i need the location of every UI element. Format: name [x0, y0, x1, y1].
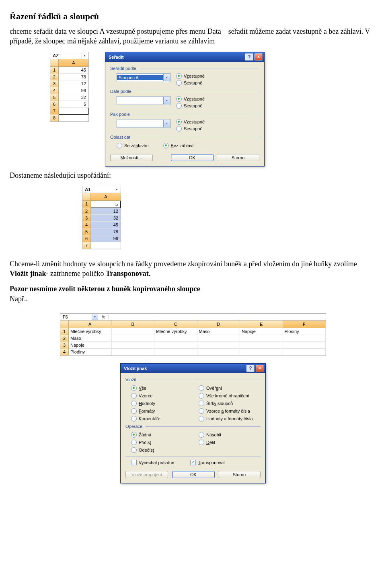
sheet-corner	[50, 59, 59, 67]
options-button[interactable]: Možnosti…	[110, 154, 153, 161]
radio-with-header[interactable]: Se záhlavím	[117, 143, 149, 148]
radio-values[interactable]: Hodnoty	[131, 401, 193, 406]
radio-none[interactable]: Žádná	[131, 432, 193, 438]
result-paragraph: Dostaneme následující uspořádání:	[10, 171, 376, 180]
radio-formats[interactable]: Formáty	[131, 408, 193, 414]
name-box: A7	[50, 52, 82, 59]
dropdown-icon: ▾	[114, 187, 119, 191]
group-sort-by: Seřadit podle	[110, 66, 259, 71]
dialog-titlebar: Vložit jinak ? ×	[121, 364, 265, 373]
intro-paragraph: chceme seřadit data ve sloupci A vzestup…	[10, 27, 376, 46]
radio-col-widths[interactable]: Šířky sloupců	[199, 401, 261, 406]
checkbox-transpose[interactable]: ✓Transponovat	[190, 460, 225, 465]
warning-paragraph: Pozor nesmíme zvolit některou z buněk ko…	[10, 284, 376, 294]
dialog-title: Seřadit	[109, 55, 123, 60]
close-icon[interactable]: ×	[256, 365, 264, 372]
radio-multiply[interactable]: Násobit	[199, 432, 261, 438]
sort-combo-1[interactable]: Sloupec A▾	[117, 73, 170, 82]
column-header: A	[69, 321, 112, 328]
transpose-paragraph: Chceme-li změnit hodnoty ve sloupcích na…	[10, 259, 376, 279]
sort-combo-3[interactable]: ▾	[117, 119, 170, 128]
active-cell	[59, 108, 88, 115]
radio-comments[interactable]: Komentáře	[131, 416, 193, 421]
cancel-button[interactable]: Storno	[218, 471, 261, 478]
group-data-region: Oblast dat	[110, 135, 259, 140]
help-icon[interactable]: ?	[246, 365, 255, 372]
radio-add[interactable]: Přičíst	[131, 440, 193, 445]
radio-divide[interactable]: Dělit	[199, 440, 261, 445]
excel-snippet-transpose: F6 ▾ fx A B C D E F 1 Mléčné výrobky Mlé…	[60, 313, 326, 356]
page-title: Řazení řádků a sloupců	[10, 11, 376, 22]
radio-all[interactable]: Vše	[131, 385, 193, 391]
cancel-button[interactable]: Storno	[217, 154, 259, 161]
excel-snippet-after: A1 ▾ A 15 212 332 445 578 696 7	[82, 186, 121, 249]
radio-values-numfmt[interactable]: Hodnoty a formáty čísla	[199, 416, 261, 421]
group-then-by-1: Dále podle	[110, 89, 259, 94]
radio-asc-2[interactable]: Vzestupně	[176, 96, 205, 102]
chevron-down-icon[interactable]: ▾	[163, 74, 170, 81]
name-box: A1	[82, 186, 114, 193]
cell: 45	[59, 67, 88, 74]
dialog-titlebar: Seřadit ? ×	[105, 52, 264, 62]
group-then-by-2: Pak podle	[110, 112, 259, 117]
paste-special-dialog: Vložit jinak ? × Vložit Vše Vzorce Hodno…	[120, 363, 266, 483]
row-header: 1	[50, 67, 59, 74]
radio-no-borders[interactable]: Vše kromě ohraničení	[199, 393, 261, 399]
column-header-a: A	[59, 59, 88, 67]
dropdown-icon: ▾	[82, 53, 87, 58]
fx-icon: fx	[98, 315, 109, 319]
dialog-title: Vložit jinak	[124, 366, 147, 371]
sort-dialog: Seřadit ? × Seřadit podle Sloupec A▾ Vze…	[105, 52, 265, 167]
radio-validation[interactable]: Ověření	[199, 385, 261, 391]
sort-combo-2[interactable]: ▾	[117, 96, 170, 105]
radio-formulas-numfmt[interactable]: Vzorce a formáty čísla	[199, 408, 261, 414]
example-label: Např..	[10, 294, 376, 304]
dropdown-icon: ▾	[92, 314, 98, 320]
ok-button[interactable]: OK	[171, 154, 214, 161]
radio-formulas[interactable]: Vzorce	[131, 393, 193, 399]
chevron-down-icon[interactable]: ▾	[163, 120, 170, 127]
chevron-down-icon[interactable]: ▾	[163, 97, 170, 104]
radio-desc-1[interactable]: Sestupně	[176, 80, 205, 86]
column-header-a: A	[91, 193, 121, 201]
close-icon[interactable]: ×	[255, 53, 263, 61]
help-icon[interactable]: ?	[245, 53, 253, 61]
ok-button[interactable]: OK	[172, 471, 215, 478]
radio-no-header[interactable]: Bez záhlaví	[163, 143, 194, 148]
active-cell: 5	[91, 201, 121, 208]
paste-link-button: Vložit propojení	[125, 471, 168, 478]
name-box: F6	[60, 314, 92, 320]
radio-asc-1[interactable]: Vzestupně	[176, 73, 205, 79]
group-paste: Vložit	[125, 377, 261, 382]
group-operation: Operace	[125, 424, 261, 429]
radio-desc-3[interactable]: Sestupně	[176, 126, 205, 132]
radio-desc-2[interactable]: Sestupně	[176, 103, 205, 109]
formula-input	[109, 316, 326, 318]
cell: Mléčné výrobky	[69, 328, 112, 335]
checkbox-skip-blanks[interactable]: Vynechat prázdné	[131, 460, 174, 465]
radio-subtract[interactable]: Odečíst	[131, 447, 193, 453]
excel-snippet-before: A7 ▾ A 145 278 312 496 532 65 7 8	[50, 52, 89, 122]
radio-asc-3[interactable]: Vzestupně	[176, 119, 205, 125]
